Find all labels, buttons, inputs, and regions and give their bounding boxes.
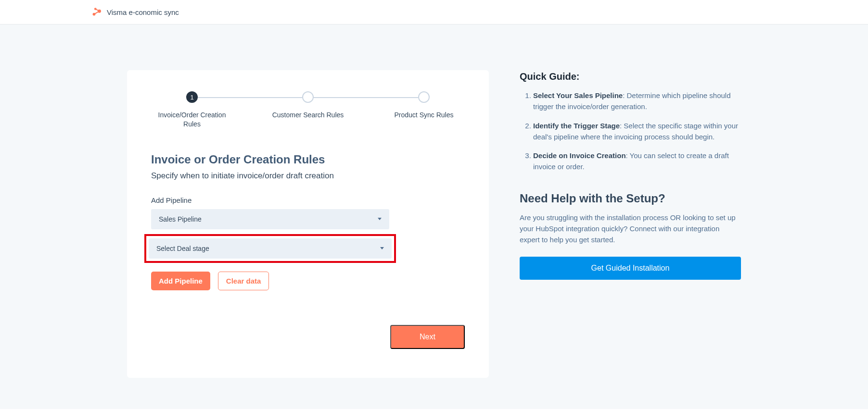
chevron-down-icon bbox=[378, 218, 382, 220]
step-product-rules[interactable]: Product Sync Rules bbox=[388, 91, 460, 120]
deal-stage-select-value: Select Deal stage bbox=[156, 245, 209, 252]
step-circle bbox=[302, 91, 314, 103]
pipeline-field-label: Add Pipeline bbox=[151, 196, 465, 204]
stepper: 1 Invoice/Order Creation Rules Customer … bbox=[151, 91, 465, 129]
guide-title: Quick Guide: bbox=[520, 71, 741, 82]
app-header: Visma e-conomic sync bbox=[0, 0, 868, 25]
step-label: Invoice/Order Creation Rules bbox=[156, 111, 228, 129]
page-title: Visma e-conomic sync bbox=[107, 8, 179, 16]
section-title: Invoice or Order Creation Rules bbox=[151, 153, 465, 166]
clear-data-button[interactable]: Clear data bbox=[218, 272, 269, 290]
guide-item: Decide on Invoice Creation: You can sele… bbox=[533, 150, 741, 173]
pipeline-select[interactable]: Sales Pipeline bbox=[151, 209, 389, 229]
next-button[interactable]: Next bbox=[390, 325, 465, 349]
side-panel: Quick Guide: Select Your Sales Pipeline:… bbox=[520, 70, 741, 280]
step-label: Customer Search Rules bbox=[272, 111, 344, 120]
setup-card: 1 Invoice/Order Creation Rules Customer … bbox=[127, 70, 489, 378]
guide-list: Select Your Sales Pipeline: Determine wh… bbox=[520, 90, 741, 173]
step-circle: 1 bbox=[186, 91, 198, 103]
step-circle bbox=[418, 91, 430, 103]
guide-item: Select Your Sales Pipeline: Determine wh… bbox=[533, 90, 741, 112]
pipeline-select-value: Sales Pipeline bbox=[159, 215, 202, 223]
step-customer-rules[interactable]: Customer Search Rules bbox=[272, 91, 344, 120]
guided-install-button[interactable]: Get Guided Installation bbox=[520, 257, 741, 280]
section-subtitle: Specify when to initiate invoice/order d… bbox=[151, 171, 465, 181]
page-background: 1 Invoice/Order Creation Rules Customer … bbox=[0, 25, 868, 409]
step-label: Product Sync Rules bbox=[395, 111, 454, 120]
step-invoice-rules[interactable]: 1 Invoice/Order Creation Rules bbox=[156, 91, 228, 129]
deal-stage-select[interactable]: Select Deal stage bbox=[149, 238, 392, 259]
add-pipeline-button[interactable]: Add Pipeline bbox=[151, 272, 210, 290]
guide-item: Identify the Trigger Stage: Select the s… bbox=[533, 120, 741, 143]
help-title: Need Help with the Setup? bbox=[520, 192, 741, 205]
highlight-box: Select Deal stage bbox=[144, 234, 396, 263]
help-text: Are you struggling with the installation… bbox=[520, 212, 741, 246]
sprocket-icon bbox=[91, 7, 102, 17]
chevron-down-icon bbox=[380, 247, 384, 249]
svg-line-4 bbox=[94, 11, 100, 14]
